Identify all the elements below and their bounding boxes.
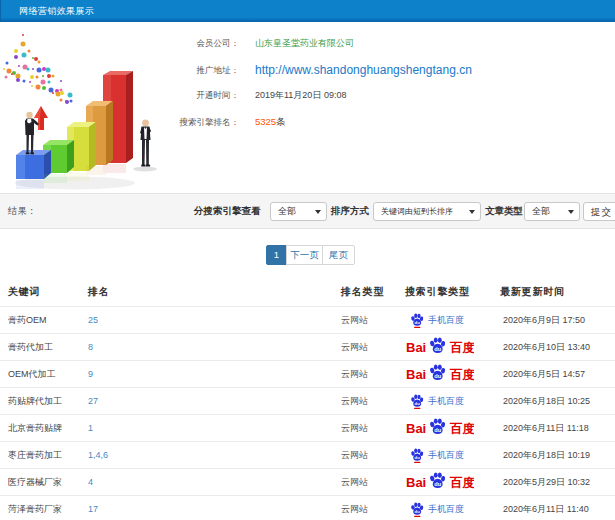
updated-cell: 2020年5月29日 10:32 <box>503 469 590 495</box>
rank-cell[interactable]: 27 <box>88 388 98 414</box>
col-header-rank-type: 排名类型 <box>341 278 384 306</box>
last-page-button[interactable]: 尾页 <box>322 245 355 265</box>
baidu-logo-icon: Bai du 百度 <box>406 418 474 437</box>
growth-chart-illustration <box>0 32 186 196</box>
mobile-baidu-label: 手机百度 <box>428 503 464 516</box>
rank-cell[interactable]: 25 <box>88 307 98 333</box>
updated-cell: 2020年6月18日 10:25 <box>503 388 590 414</box>
rank-type-cell: 云网站 <box>341 442 368 468</box>
summary-section: 会员公司： 山东皇圣堂药业有限公司 推广地址： http://www.shand… <box>0 22 615 193</box>
engine-rank-count: 5325 <box>255 116 276 127</box>
table-header-row: 关键词 排名 排名类型 搜索引擎类型 最新更新时间 <box>0 278 615 306</box>
rank-cell[interactable]: 1,4,6 <box>88 442 108 468</box>
info-row-company: 会员公司： 山东皇圣堂药业有限公司 <box>0 36 615 50</box>
engine-type-cell: du 手机百度 <box>405 442 464 468</box>
type-label: 文章类型 <box>485 205 523 218</box>
baidu-logo-icon: Bai du 百度 <box>406 337 474 356</box>
svg-text:du: du <box>434 481 441 487</box>
mobile-baidu-badge: du 手机百度 <box>410 312 464 328</box>
filter-bar: 结果： 分搜索引擎查看 全部 排序方式 关键词由短到长排序 文章类型 全部 提交 <box>0 193 615 229</box>
col-header-rank: 排名 <box>88 278 110 306</box>
engine-filter-label: 分搜索引擎查看 <box>194 205 261 218</box>
svg-text:Bai: Bai <box>406 366 426 381</box>
rank-cell[interactable]: 4 <box>88 469 93 495</box>
next-page-button[interactable]: 下一页 <box>286 245 323 265</box>
keyword-rank-table: 关键词 排名 排名类型 搜索引擎类型 最新更新时间 膏药OEM 25 云网站 d… <box>0 278 615 520</box>
info-row-site: 推广地址： http://www.shandonghuangshengtang.… <box>0 63 615 77</box>
updated-cell: 2020年6月11日 11:18 <box>503 415 589 441</box>
svg-text:du: du <box>434 427 441 433</box>
baidu-logo: Bai du 百度 <box>406 364 474 385</box>
engine-type-cell: du 手机百度 <box>405 307 464 333</box>
open-time-value: 2019年11月20日 09:08 <box>255 88 346 102</box>
svg-text:du: du <box>415 320 421 325</box>
table-row: OEM代加工 9 云网站 Bai du 百度 2020年6月5日 14:57 <box>0 360 615 387</box>
sort-select[interactable]: 关键词由短到长排序 <box>373 202 481 221</box>
engine-type-cell: du 手机百度 <box>405 388 464 414</box>
caret-down-icon <box>568 210 574 214</box>
caret-down-icon <box>469 210 475 214</box>
rank-cell[interactable]: 9 <box>88 361 93 387</box>
type-select-value: 全部 <box>532 206 550 216</box>
svg-text:Bai: Bai <box>406 474 426 489</box>
keyword-cell: 膏药代加工 <box>8 334 53 360</box>
svg-text:百度: 百度 <box>449 368 474 382</box>
rank-cell[interactable]: 17 <box>88 496 98 520</box>
rank-type-cell: 云网站 <box>341 361 368 387</box>
baidu-logo: Bai du 百度 <box>406 337 474 358</box>
mobile-baidu-badge: du 手机百度 <box>410 447 464 463</box>
svg-text:百度: 百度 <box>449 341 474 355</box>
baidu-logo-icon: Bai du 百度 <box>406 364 474 383</box>
col-header-keyword: 关键词 <box>8 278 40 306</box>
page-1-current[interactable]: 1 <box>266 245 287 265</box>
keyword-cell: 医疗器械厂家 <box>8 469 62 495</box>
caret-down-icon <box>315 210 321 214</box>
engine-type-cell: Bai du 百度 <box>405 361 474 387</box>
rank-cell[interactable]: 8 <box>88 334 93 360</box>
engine-rank-value: 5325条 <box>255 115 286 129</box>
sort-label: 排序方式 <box>331 205 369 218</box>
mobile-baidu-icon: du <box>410 501 424 517</box>
mobile-baidu-badge: du 手机百度 <box>410 393 464 409</box>
mobile-baidu-icon: du <box>410 393 424 409</box>
mobile-baidu-icon: du <box>410 447 424 463</box>
info-row-open-time: 开通时间： 2019年11月20日 09:08 <box>0 88 615 102</box>
title-bar: 网络营销效果展示 <box>0 0 615 22</box>
col-header-engine-type: 搜索引擎类型 <box>405 278 470 306</box>
engine-select[interactable]: 全部 <box>270 202 327 221</box>
svg-text:du: du <box>415 455 421 460</box>
updated-cell: 2020年6月10日 13:40 <box>503 334 590 360</box>
baidu-logo-icon: Bai du 百度 <box>406 472 474 491</box>
engine-rank-unit: 条 <box>276 116 286 127</box>
site-link[interactable]: http://www.shandonghuangshengtang.cn <box>255 63 472 77</box>
engine-select-value: 全部 <box>278 206 296 216</box>
engine-type-cell: Bai du 百度 <box>405 415 474 441</box>
rank-type-cell: 云网站 <box>341 388 368 414</box>
submit-button[interactable]: 提交 <box>583 202 615 221</box>
engine-type-cell: du 手机百度 <box>405 496 464 520</box>
updated-cell: 2020年6月9日 17:50 <box>503 307 585 333</box>
type-select[interactable]: 全部 <box>524 202 580 221</box>
svg-text:du: du <box>415 401 421 406</box>
table-row: 医疗器械厂家 4 云网站 Bai du 百度 2020年5月29日 10:32 <box>0 468 615 495</box>
table-row: 枣庄膏药加工 1,4,6 云网站 du 手机百度 2020年6月18日 10:1… <box>0 441 615 468</box>
rank-cell[interactable]: 1 <box>88 415 93 441</box>
mobile-baidu-label: 手机百度 <box>428 449 464 462</box>
col-header-updated: 最新更新时间 <box>500 278 565 306</box>
pagination: 1 下一页 尾页 <box>266 245 355 265</box>
info-row-engine-rank: 搜索引擎排名： 5325条 <box>0 115 615 129</box>
keyword-cell: 药贴牌代加工 <box>8 388 62 414</box>
company-value: 山东皇圣堂药业有限公司 <box>255 36 354 50</box>
keyword-cell: 菏泽膏药厂家 <box>8 496 62 520</box>
baidu-logo: Bai du 百度 <box>406 472 474 493</box>
engine-type-cell: Bai du 百度 <box>405 334 474 360</box>
mobile-baidu-icon: du <box>410 312 424 328</box>
svg-text:du: du <box>434 373 441 379</box>
page: 网络营销效果展示 <box>0 0 615 520</box>
rank-type-cell: 云网站 <box>341 496 368 520</box>
table-row: 药贴牌代加工 27 云网站 du 手机百度 2020年6月18日 10:25 <box>0 387 615 414</box>
svg-text:du: du <box>415 509 421 514</box>
rank-type-cell: 云网站 <box>341 469 368 495</box>
keyword-cell: 枣庄膏药加工 <box>8 442 62 468</box>
svg-text:百度: 百度 <box>449 422 474 436</box>
